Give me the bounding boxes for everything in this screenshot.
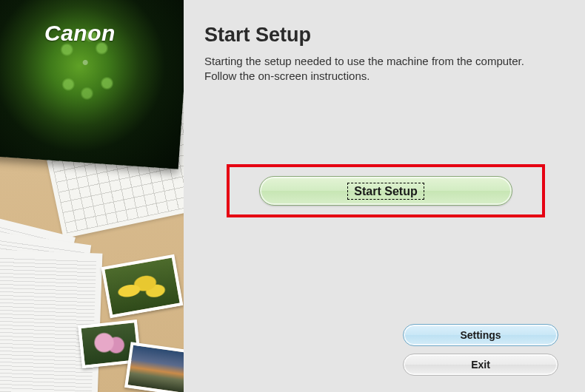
exit-button[interactable]: Exit (403, 354, 558, 376)
page-title: Start Setup (204, 24, 555, 47)
installer-window: Canon Start Setup Starting the setup nee… (0, 0, 585, 392)
photo-sunset (124, 342, 184, 392)
bottom-button-group: Settings Exit (403, 324, 558, 376)
start-setup-label: Start Setup (347, 183, 424, 200)
content-panel: Start Setup Starting the setup needed to… (184, 0, 585, 392)
page-description: Starting the setup needed to use the mac… (204, 54, 555, 84)
document-sheet (0, 249, 102, 392)
decorative-side-panel: Canon (0, 0, 184, 392)
canon-logo: Canon (44, 21, 116, 46)
start-setup-button[interactable]: Start Setup (259, 176, 512, 206)
start-setup-highlight: Start Setup (227, 164, 545, 217)
settings-button[interactable]: Settings (403, 324, 558, 346)
